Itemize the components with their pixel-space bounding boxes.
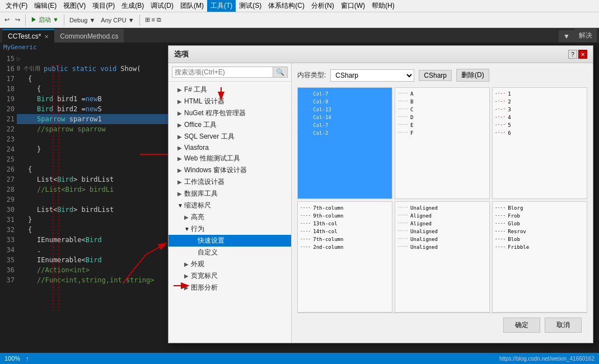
toolbar-sep2 [64,15,64,26]
tree-item-viasfora[interactable]: ▶ Viasfora [169,143,291,153]
search-icon-btn[interactable]: 🔍 [273,67,288,78]
tree-item-label: 图形分析 [191,283,218,292]
card-line: ---- 13th-col [300,220,390,228]
editor-area: MyGeneric 1516171819 2021222324 25262728… [0,42,599,364]
undo-btn[interactable]: ↩ [2,15,12,25]
card-line: ····· Aligned [397,220,487,228]
preview-card-2[interactable]: ····· A ····· B ····· C [395,87,490,199]
tree-item-webperf[interactable]: ▶ Web 性能测试工具 [169,153,291,164]
expand-arrow: ▶ [177,191,184,197]
expand-arrow [191,249,198,256]
menu-team[interactable]: 团队(M) [177,0,207,12]
tree-item-appearance[interactable]: ▶ 外观 [169,258,291,270]
tree-item-label: 行为 [191,224,204,234]
content-type-select[interactable]: CSharp [330,69,414,82]
menu-tools[interactable]: 工具(T) [207,0,236,12]
tree-item-html[interactable]: ▶ HTML 设计器 [169,96,291,107]
card-line: ····· B [397,98,487,106]
menu-analyze[interactable]: 分析(N) [308,0,338,12]
menu-window[interactable]: 窗口(W) [338,0,368,12]
delete-button[interactable]: 删除(D) [456,69,489,82]
tree-item-label: NuGet 程序包管理器 [184,108,246,118]
card-line: ---- 14th-col [300,228,390,235]
tree-item-behavior[interactable]: ▼ 行为 [169,223,291,235]
menu-build[interactable]: 生成(B) [118,0,147,12]
card-line: ····· F [397,129,487,137]
dialog-controls: ? ✕ [568,50,587,59]
card-line: ····· Unaligned [397,204,487,212]
preview-card-4[interactable]: ---- 7th-column ---- 9th-column ---- 13t… [297,201,392,313]
search-input[interactable] [172,67,273,78]
menu-file[interactable]: 文件(F) [2,0,31,12]
expand-arrow: ▶ [184,214,191,220]
preview-card-5[interactable]: ····· Unaligned ····· Aligned ····· Alig… [395,201,490,313]
dialog-title: 选项 [174,49,189,59]
menu-debug[interactable]: 调试(D) [147,0,177,12]
preview-card-6[interactable]: ---- Blorg ---- Frob ---- Glob [492,201,587,313]
card-line: -·-· 1 [495,90,584,98]
right-panel: 内容类型: CSharp CSharp 删除(D) ---- [292,63,593,343]
card-line: ---- Fribble [495,243,584,251]
tree-item-pagewidth[interactable]: ▶ 页宽标尺 [169,270,291,282]
card-line: ····· Aligned [397,212,487,220]
expand-arrow [191,238,198,244]
card-line: ---- Col-2 [300,129,390,137]
tab-commonmethod[interactable]: CommonMethod.cs [54,30,124,42]
search-box: 🔍 [169,63,291,82]
tree-item-office[interactable]: ▶ Office 工具 [169,119,291,131]
toolbar-extra[interactable]: ⊞ ≡ ⧉ [143,15,164,25]
tabbar: CCTest.cs* ✕ CommonMethod.cs ▼ 解决 [0,28,599,42]
tab-overflow[interactable]: ▼ [559,30,574,42]
tree-item-sqlserver[interactable]: ▶ SQL Server 工具 [169,131,291,143]
card-line: ---- Col-7 [300,90,390,98]
tree-item-label: Office 工具 [184,120,217,130]
tree-item-highlight[interactable]: ▶ 高亮 [169,211,291,223]
menu-test[interactable]: 测试(S) [236,0,265,12]
preview-card-1[interactable]: ---- Col-7 ---- Col-9 ---- Col-13 [297,87,392,199]
debug-dropdown[interactable]: Debug ▼ [67,16,97,25]
start-btn[interactable]: ▶ 启动 ▼ [29,15,61,25]
expand-arrow: ▶ [177,87,184,93]
tree-item-windows[interactable]: ▶ Windows 窗体设计器 [169,164,291,176]
expand-arrow: ▼ [177,202,184,209]
jie-button[interactable]: 解决 [574,29,597,42]
tree-item-dbtools[interactable]: ▶ 数据库工具 [169,188,291,200]
ok-button[interactable]: 确定 [503,318,540,333]
redo-btn[interactable]: ↪ [13,15,22,25]
menu-arch[interactable]: 体系结构(C) [265,0,308,12]
card-line: ---- Col-14 [300,114,390,121]
preview-card-3[interactable]: -·-· 1 -·-· 2 -·-· 3 [492,87,587,199]
menu-edit[interactable]: 编辑(E) [31,0,60,12]
tree-item-indent-ruler[interactable]: ▼ 缩进标尺 [169,200,291,211]
options-dialog: 选项 ? ✕ 🔍 ▶ F# 工具 [168,45,593,343]
tree-item-graphanalysis[interactable]: ▶ 图形分析 [169,282,291,294]
card-line: ····· Unaligned [397,235,487,243]
cancel-button[interactable]: 取消 [545,318,582,333]
menu-view[interactable]: 视图(V) [60,0,89,12]
tab-cctest[interactable]: CCTest.cs* ✕ [2,29,54,42]
tree-item-label: 自定义 [198,248,218,257]
menu-project[interactable]: 项目(P) [89,0,118,12]
card-line: ····· E [397,121,487,129]
card-line: ---- Glob [495,220,584,228]
expand-arrow: ▶ [177,179,184,185]
tree-item-label: F# 工具 [184,85,207,94]
expand-arrow: ▶ [177,134,184,140]
card-line: ---- Resrov [495,228,584,235]
card-line: ····· Unaligned [397,243,487,251]
tree-item-workflow[interactable]: ▶ 工作流设计器 [169,176,291,188]
tree-item-label: HTML 设计器 [184,97,224,106]
menu-help[interactable]: 帮助(H) [368,0,398,12]
tab-cctest-close[interactable]: ✕ [44,34,49,40]
tree-item-quickset[interactable]: 快速设置 [169,235,291,247]
tree-item-custom[interactable]: 自定义 [169,247,291,258]
dialog-close-btn[interactable]: ✕ [578,50,587,59]
expand-arrow: ▼ [184,226,191,232]
card-line: ---- 9th-column [300,212,390,220]
csharp-button[interactable]: CSharp [419,70,452,81]
tree-item-fsharp[interactable]: ▶ F# 工具 [169,84,291,96]
dialog-titlebar: 选项 ? ✕ [169,46,593,63]
dialog-help-btn[interactable]: ? [568,50,577,59]
cpu-dropdown[interactable]: Any CPU ▼ [99,16,136,25]
tree-item-nuget[interactable]: ▶ NuGet 程序包管理器 [169,107,291,119]
